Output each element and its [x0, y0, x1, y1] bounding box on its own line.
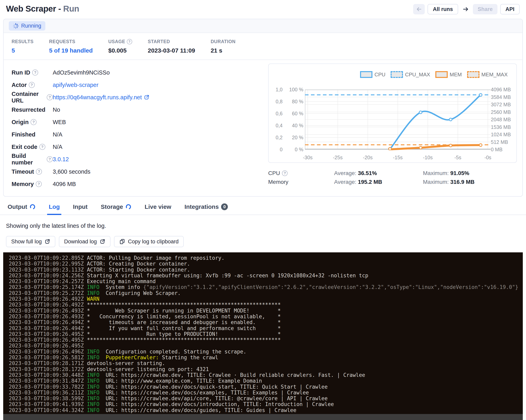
axis-tick-label: 60 %: [292, 111, 303, 116]
copy-log-button[interactable]: Copy log to clipboard: [114, 236, 184, 247]
tab-label: Log: [49, 203, 60, 210]
download-log-button[interactable]: Download log: [59, 236, 111, 247]
copy-icon: [119, 239, 125, 245]
axis-percent-labels: 100 %80 %60 %40 %20 %0 %: [285, 90, 303, 149]
metrics-column: CPUCPU_MAXMEMMEM_MAX 1,00,80,60,40,20 10…: [268, 63, 517, 190]
tab[interactable]: Input: [72, 202, 88, 215]
axis-tick-label: 0,4: [276, 123, 283, 128]
help-icon[interactable]: ?: [39, 144, 45, 150]
tab-label: Output: [8, 203, 27, 210]
maximum-label: Maximum:: [423, 170, 449, 176]
summary-row: Memory ? Average: 195.2 MB Maximum: 316.…: [268, 178, 517, 186]
previous-run-button[interactable]: [413, 4, 425, 14]
top-header: Web Scraper - Run All runs Share API: [0, 0, 526, 14]
stat-value: $0.005: [108, 47, 132, 54]
status-label: Running: [21, 23, 41, 29]
summary-row: CPU ? Average: 36.51% Maximum: 91.05%: [268, 169, 517, 178]
stat-value: 5 of 19 handled: [49, 47, 93, 54]
detail-label-text: Exit code: [11, 144, 37, 150]
share-button[interactable]: Share: [473, 4, 497, 14]
maximum-label: Maximum:: [423, 179, 449, 185]
help-icon[interactable]: ?: [32, 70, 38, 75]
detail-value: 4096 MB: [53, 181, 76, 187]
help-icon[interactable]: ?: [47, 94, 53, 100]
terminal-scrollbar[interactable]: [3, 414, 523, 420]
help-icon[interactable]: ?: [282, 170, 288, 176]
help-icon[interactable]: ?: [127, 39, 132, 44]
api-button[interactable]: API: [500, 4, 520, 14]
log-line: 2023-03-07T10:09:28.171Z devtools-server…: [9, 360, 523, 366]
summary-average: Average: 36.51%: [334, 170, 423, 176]
loading-arc-icon: [30, 204, 36, 210]
detail-label: Exit code ?: [11, 144, 53, 150]
time-tick-label: -0s: [485, 155, 491, 160]
detail-value: N/A: [53, 144, 62, 150]
log-line: 2023-03-07T10:09:26.492Z WARN: [9, 296, 523, 302]
axis-tick-label: 100 %: [289, 87, 303, 92]
help-icon[interactable]: ?: [36, 169, 42, 175]
help-icon[interactable]: ?: [30, 119, 37, 125]
average-label: Average:: [334, 170, 356, 176]
detail-value-text: N/A: [53, 131, 62, 138]
maximum-value: 91.05%: [450, 170, 469, 176]
legend-item-mem_max[interactable]: MEM_MAX: [467, 71, 508, 78]
legend-item-mem[interactable]: MEM: [435, 71, 462, 78]
log-line: 2023-03-07T10:09:44.324Z INFO URL: https…: [9, 407, 523, 413]
tab[interactable]: Log: [48, 202, 60, 215]
log-line: 2023-03-07T10:09:24.257Z Executing main …: [9, 278, 523, 284]
legend-swatch: [391, 71, 403, 78]
axis-time-labels: -30s-25s-20s-15s-10s-5s-0s: [305, 153, 491, 159]
log-line: 2023-03-07T10:09:25.272Z INFO Configurin…: [9, 290, 523, 296]
detail-label: Finished ?: [11, 131, 53, 138]
tab[interactable]: Output: [7, 202, 36, 215]
axis-tick-label: 512 MB: [491, 139, 508, 145]
tab[interactable]: Integrations 0: [184, 202, 228, 215]
log-line: 2023-03-07T10:09:23.113Z ACTOR: Starting…: [9, 267, 523, 273]
axis-tick-label: 3584 MB: [491, 94, 511, 100]
legend-item-cpu_max[interactable]: CPU_MAX: [391, 71, 430, 78]
log-lines: 2023-03-07T10:09:22.895Z ACTOR: Pulling …: [9, 255, 523, 413]
detail-label-text: Memory: [11, 181, 34, 187]
tab-count-badge: 0: [221, 203, 228, 210]
external-link-icon: [100, 239, 105, 244]
log-line: 2023-03-07T10:09:31.847Z INFO URL: http:…: [9, 378, 523, 384]
axis-tick-label: 80 %: [292, 99, 303, 104]
help-icon[interactable]: ?: [47, 156, 53, 162]
log-line: 2023-03-07T10:09:33.782Z INFO URL: https…: [9, 384, 523, 390]
tab[interactable]: Live view: [144, 202, 172, 215]
log-line: 2023-03-07T10:09:28.172Z devtools-server…: [9, 367, 523, 372]
legend-swatch: [467, 71, 479, 78]
all-runs-button[interactable]: All runs: [427, 4, 458, 14]
maximum-value: 316.9 MB: [450, 179, 475, 185]
log-line: 2023-03-07T10:09:26.581Z INFO PuppeteerC…: [9, 355, 523, 360]
detail-value: AdOz5evimh9NCiSSo: [53, 69, 110, 76]
detail-label: Actor ?: [11, 82, 53, 88]
detail-row: Memory ? 4096 MB: [11, 178, 268, 190]
axis-tick-label: 4096 MB: [491, 87, 511, 92]
spinner-icon: [13, 23, 19, 29]
summary-maximum: Maximum: 91.05%: [423, 170, 517, 176]
show-full-log-button[interactable]: Show full log: [6, 236, 55, 247]
detail-row: Exit code ? N/A: [11, 141, 268, 153]
tab[interactable]: Storage: [101, 202, 132, 215]
status-strip: Running: [4, 19, 522, 33]
detail-label: Timeout ?: [11, 168, 53, 175]
axis-tick-label: 1536 MB: [491, 124, 511, 130]
stat-item: USAGE ? $0.005: [108, 39, 132, 54]
show-full-log-label: Show full log: [11, 239, 42, 245]
legend-item-cpu[interactable]: CPU: [360, 71, 385, 78]
detail-row: Actor ? apify/web-scraper: [11, 79, 268, 91]
next-run-button[interactable]: [461, 4, 470, 14]
stat-label-text: REQUESTS: [49, 39, 75, 44]
external-link-icon[interactable]: [144, 94, 149, 100]
log-line: 2023-03-07T10:09:26.495Z ***************…: [9, 337, 523, 343]
detail-label: Memory ?: [11, 181, 53, 187]
arrow-right-icon: [462, 6, 469, 12]
page-title-main: Web Scraper -: [6, 4, 61, 13]
help-icon[interactable]: ?: [36, 181, 42, 187]
legend-label: CPU: [374, 72, 385, 78]
external-link-icon: [45, 239, 50, 244]
detail-label-text: Build number: [11, 153, 45, 166]
help-icon[interactable]: ?: [29, 82, 35, 88]
detail-label-text: Container URL: [11, 91, 45, 104]
